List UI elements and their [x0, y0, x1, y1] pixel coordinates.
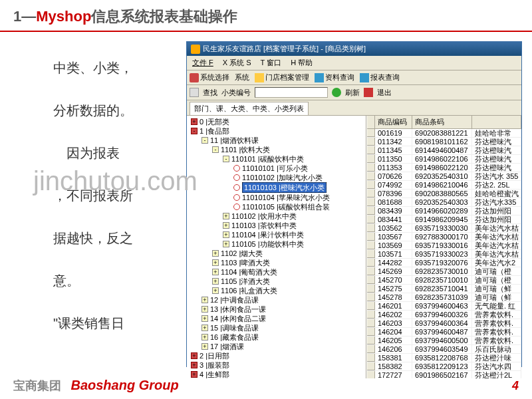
tree-node[interactable]: +110104 |果汁饮料中类: [188, 230, 364, 239]
tree-label[interactable]: 1101 |饮料大类: [221, 145, 270, 154]
tree-label[interactable]: 3 |服装部: [200, 360, 229, 370]
table-row[interactable]: 1583816935812208768芬达橙汁味: [367, 354, 521, 362]
tree-node[interactable]: +110103 |茶饮料中类: [188, 221, 364, 230]
tree-label[interactable]: 1102 |烟大类: [221, 249, 263, 258]
tree-node[interactable]: +0 |无部类: [188, 117, 364, 126]
menu-item[interactable]: 文件 F: [190, 57, 216, 68]
tree-node[interactable]: +110105 |功能饮料中类: [188, 239, 364, 249]
tree-node[interactable]: 11010101 |可乐小类: [188, 164, 364, 173]
expand-icon[interactable]: +: [191, 362, 198, 368]
table-row[interactable]: 1035676927883000170美年达汽水桔: [367, 233, 521, 241]
table-row[interactable]: 0706266920352540310芬达汽水 355: [367, 172, 521, 181]
tree-node[interactable]: 11010102 |加味汽水小类: [188, 173, 364, 182]
table-row[interactable]: 1442826935719320076美年达汽水2: [367, 259, 521, 267]
tree-label[interactable]: 15 |调味食品课: [210, 323, 259, 332]
collapse-icon[interactable]: -: [191, 128, 198, 134]
expand-icon[interactable]: +: [212, 259, 219, 266]
expand-icon[interactable]: +: [223, 222, 229, 229]
collapse-icon[interactable]: -: [201, 137, 208, 144]
table-row[interactable]: 1462036937994600364营养素饮料.: [367, 319, 521, 328]
table-row[interactable]: 1035696935719330016美年达汽水桔: [367, 241, 521, 250]
tree-label[interactable]: 12 |中调食品课: [210, 295, 259, 305]
tree-node[interactable]: +17 |烟酒课: [188, 342, 364, 351]
code-input[interactable]: [255, 87, 328, 98]
table-row[interactable]: 1462046937994600487营养素饮料.: [367, 328, 521, 336]
tree-node[interactable]: 11010103 |橙味汽水小类: [188, 182, 364, 193]
tree-node[interactable]: +16 |藏素食品课: [188, 332, 364, 342]
tree-node[interactable]: +15 |调味食品课: [188, 323, 364, 332]
table-row[interactable]: 1452696928235730010迪可瑞（橙: [367, 267, 521, 276]
expand-icon[interactable]: +: [201, 306, 208, 313]
menu-item[interactable]: X 系统 S: [220, 57, 254, 68]
expand-icon[interactable]: +: [201, 315, 208, 322]
tree-node[interactable]: 11010104 |苹果味汽水小类: [188, 193, 364, 202]
tree-node[interactable]: +14 |休闲食品二课: [188, 314, 364, 323]
refresh-button[interactable]: 刷新: [345, 88, 360, 98]
tree-node[interactable]: +1102 |烟大类: [188, 249, 364, 258]
expand-icon[interactable]: +: [201, 297, 208, 303]
table-row[interactable]: 1462066937994603549乐百氏脉动: [367, 345, 521, 354]
table-row[interactable]: 1583826935812209123芬达汽水四: [367, 362, 521, 371]
tree-node[interactable]: -11 |烟酒饮料课: [188, 136, 364, 145]
tree-label[interactable]: 11010105 |碳酸饮料组合装: [242, 202, 330, 211]
tree-label[interactable]: 11010101 |可乐小类: [242, 164, 308, 173]
tree-node[interactable]: +1104 |葡萄酒大类: [188, 267, 364, 277]
expand-icon[interactable]: +: [212, 250, 219, 257]
expand-icon[interactable]: +: [223, 241, 229, 247]
tree-label[interactable]: 13 |休闲食品一课: [210, 305, 266, 314]
table-row[interactable]: 1452756928235710041迪可瑞（鲜: [367, 285, 521, 293]
expand-icon[interactable]: +: [212, 269, 219, 275]
tree-label[interactable]: 11 |烟酒饮料课: [210, 136, 259, 145]
tree-node[interactable]: +1105 |洋酒大类: [188, 277, 364, 286]
exit-button[interactable]: 退出: [377, 88, 392, 98]
tree-label[interactable]: 2 |日用部: [200, 351, 229, 360]
table-row[interactable]: 0113506914986022106芬达橙味汽: [367, 155, 521, 164]
tree-label[interactable]: 1105 |洋酒大类: [221, 277, 270, 286]
table-row[interactable]: 1462026937994600326营养素饮料.: [367, 311, 521, 319]
tree-node[interactable]: +1106 |礼盒酒大类: [188, 286, 364, 295]
expand-icon[interactable]: +: [191, 352, 198, 359]
tree-label[interactable]: 1103 |啤酒大类: [221, 258, 270, 267]
table-row[interactable]: 0749926914986210046芬达2. 25L: [367, 181, 521, 190]
toolbar-button[interactable]: 门店档案管理: [255, 72, 309, 82]
toolbar-button[interactable]: 系统: [235, 72, 249, 82]
table-row[interactable]: 1452786928235731039迪可瑞（鲜: [367, 293, 521, 302]
tree-node[interactable]: -1 |食品部: [188, 126, 364, 136]
tree-label[interactable]: 11010102 |加味汽水小类: [242, 173, 323, 182]
col-barcode[interactable]: 商品条码: [412, 116, 472, 128]
tree-node[interactable]: -1101 |饮料大类: [188, 145, 364, 154]
tree-label[interactable]: 1 |食品部: [200, 126, 229, 136]
table-row[interactable]: 1035716935719330023美年达汽水桔: [367, 250, 521, 259]
tree-label[interactable]: 110104 |果汁饮料中类: [231, 230, 304, 239]
menu-item[interactable]: T 窗口: [258, 57, 285, 68]
expand-icon[interactable]: +: [191, 371, 198, 378]
tree-label[interactable]: 110102 |饮用水中类: [231, 211, 297, 221]
expand-icon[interactable]: +: [201, 334, 208, 340]
tree-label[interactable]: 11010104 |苹果味汽水小类: [242, 193, 330, 202]
tree-label[interactable]: 1104 |葡萄酒大类: [221, 267, 277, 277]
tree-label[interactable]: 110105 |功能饮料中类: [231, 239, 304, 249]
tree-label[interactable]: 1106 |礼盒酒大类: [221, 286, 277, 295]
expand-icon[interactable]: +: [223, 231, 229, 238]
search-button[interactable]: 查找: [203, 88, 217, 98]
expand-icon[interactable]: +: [201, 325, 208, 331]
expand-icon[interactable]: +: [212, 287, 219, 294]
expand-icon[interactable]: +: [191, 118, 198, 125]
tree-label[interactable]: 11010103 |橙味汽水小类: [242, 182, 327, 193]
tree-node[interactable]: +12 |中调食品课: [188, 295, 364, 305]
tree-node[interactable]: +3 |服装部: [188, 360, 364, 370]
expand-icon[interactable]: +: [223, 213, 229, 219]
tree-label[interactable]: 14 |休闲食品二课: [210, 314, 266, 323]
tree-node[interactable]: +13 |休闲食品一课: [188, 305, 364, 314]
tree-label[interactable]: 17 |烟酒课: [210, 342, 244, 351]
table-row[interactable]: 0113426908198101162芬达橙味汽: [367, 138, 521, 146]
table-row[interactable]: 0816886920352540303芬达汽水335: [367, 198, 521, 207]
table-row[interactable]: 1452706928235710010迪可瑞（橙: [367, 276, 521, 285]
expand-icon[interactable]: +: [212, 278, 219, 285]
table-row[interactable]: 0834396914966020289芬达加州阳: [367, 207, 521, 215]
tree-label[interactable]: 16 |藏素食品课: [210, 332, 259, 342]
collapse-icon[interactable]: -: [223, 156, 229, 162]
tree-node[interactable]: +2 |日用部: [188, 351, 364, 360]
table-row[interactable]: 1462056937994600500营养素饮料.: [367, 336, 521, 345]
table-row[interactable]: 0113456914494600487芬达橙味汽: [367, 146, 521, 155]
